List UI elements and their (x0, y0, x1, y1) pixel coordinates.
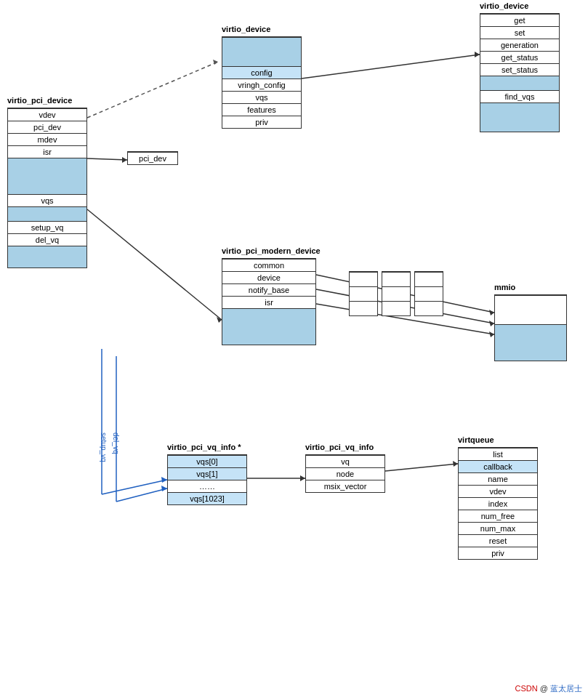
field-node: node (306, 467, 384, 480)
field-reset: reset (459, 534, 537, 547)
svg-marker-23 (453, 461, 458, 467)
svg-line-22 (385, 464, 458, 471)
field-name: name (459, 472, 537, 485)
field-generation: generation (480, 39, 559, 51)
struct-virtqueue: virtqueue list callback name vdev index … (458, 447, 538, 560)
field-blue-modern (222, 308, 315, 345)
field-config: config (222, 66, 301, 79)
field-blue1 (8, 158, 86, 194)
svg-marker-21 (300, 475, 305, 481)
field-setup-vq: setup_vq (8, 221, 86, 233)
svg-marker-13 (489, 331, 494, 337)
field-list: list (459, 448, 537, 460)
mmio-box1 (349, 271, 378, 316)
watermark: CSDN @ 蓝太居士 (515, 683, 582, 694)
field-isr-modern: isr (222, 296, 315, 308)
struct-virtio-device-right: virtio_device get set generation get_sta… (480, 13, 560, 132)
field-get: get (480, 14, 559, 26)
struct-virtio-device-top: virtio_device config vringh_config vqs f… (222, 36, 302, 129)
field-priv: priv (222, 116, 301, 128)
svg-marker-1 (213, 60, 218, 65)
field-vqs1: vqs[1] (168, 467, 246, 480)
svg-line-15 (102, 480, 167, 494)
svg-marker-16 (161, 477, 167, 483)
field-pci-dev: pci_dev (8, 121, 86, 133)
struct-virtio-pci-modern-device: virtio_pci_modern_device common device n… (222, 258, 316, 345)
svg-line-6 (87, 209, 222, 320)
struct-mmio: mmio (494, 294, 567, 361)
field-mdev: mdev (8, 133, 86, 145)
svg-marker-11 (489, 321, 494, 326)
field-vdev-vq: vdev (459, 485, 537, 497)
field-features: features (222, 103, 301, 116)
field-blue-r2 (480, 102, 559, 132)
watermark-author: 蓝太居士 (550, 684, 582, 693)
field-find-vqs: find_vqs (480, 90, 559, 102)
field-msix-vector: msix_vector (306, 480, 384, 492)
field-vqs-top: vqs (222, 91, 301, 103)
field-priv-vq: priv (459, 547, 537, 559)
svg-marker-7 (217, 317, 222, 323)
svg-line-0 (87, 62, 218, 118)
field-notify-base: notify_base (222, 283, 315, 296)
mmio-box3 (414, 271, 443, 316)
field-get-status: get_status (480, 51, 559, 63)
diagram-container: virtio_pci_device vdev pci_dev mdev isr … (0, 0, 588, 700)
field-vdev: vdev (8, 108, 86, 121)
field-index: index (459, 497, 537, 510)
field-blue2 (8, 206, 86, 221)
label-del-vq: del_vq (112, 433, 120, 454)
svg-marker-19 (161, 486, 167, 491)
field-set-status: set_status (480, 63, 559, 76)
field-del-vq: del_vq (8, 233, 86, 246)
field-mmio-normal (495, 295, 566, 324)
field-blue-top (222, 37, 301, 66)
struct-virtio-pci-device: virtio_pci_device vdev pci_dev mdev isr … (7, 108, 87, 268)
field-blue-r1 (480, 76, 559, 90)
field-vq: vq (306, 455, 384, 467)
field-callback: callback (459, 460, 537, 472)
watermark-at: @ (540, 684, 548, 693)
struct-virtio-pci-vq-info-ptr: virtio_pci_vq_info * vqs[0] vqs[1] …… vq… (167, 454, 247, 505)
field-device: device (222, 271, 315, 283)
field-vqs1023: vqs[1023] (168, 492, 246, 504)
field-pci-dev-inner: pci_dev (128, 152, 177, 164)
label-setup-vq: setup_vq (100, 433, 108, 462)
svg-marker-3 (122, 157, 127, 163)
field-set: set (480, 26, 559, 39)
field-num-free: num_free (459, 510, 537, 522)
field-dots: …… (168, 480, 246, 492)
svg-line-2 (87, 158, 127, 160)
struct-virtio-pci-vq-info: virtio_pci_vq_info vq node msix_vector (305, 454, 385, 493)
struct-pci-dev: pci_dev (127, 151, 178, 165)
mmio-box2 (382, 271, 411, 316)
field-num-max: num_max (459, 522, 537, 534)
watermark-csdn: CSDN (515, 684, 538, 693)
field-vqs: vqs (8, 194, 86, 206)
field-blue3 (8, 246, 86, 267)
svg-line-4 (302, 55, 480, 79)
field-mmio-blue (495, 324, 566, 361)
svg-marker-9 (489, 310, 494, 315)
field-isr: isr (8, 145, 86, 158)
field-common: common (222, 259, 315, 271)
field-vringh-config: vringh_config (222, 79, 301, 91)
svg-marker-5 (475, 52, 480, 57)
field-vqs0: vqs[0] (168, 455, 246, 467)
svg-line-18 (116, 488, 167, 502)
